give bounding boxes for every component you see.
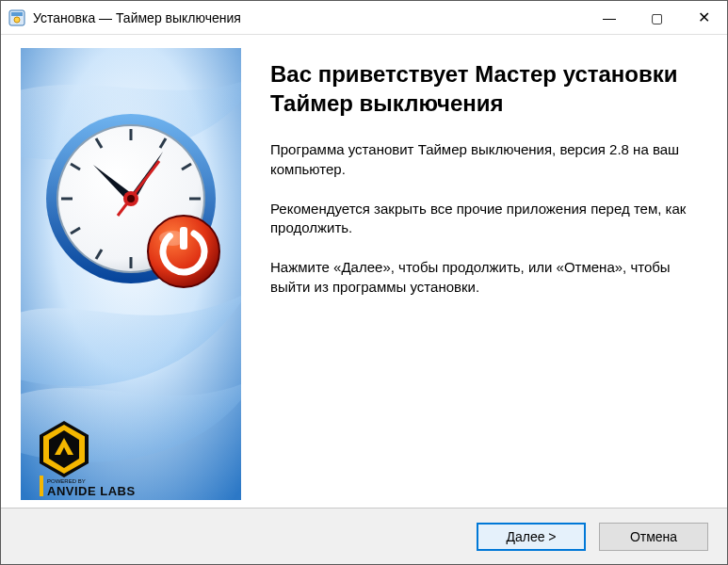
svg-point-23 [148,216,219,287]
brand-name: ANVIDE LABS [47,484,136,498]
wizard-footer: Далее > Отмена [1,508,727,564]
wizard-paragraph-2: Рекомендуется закрыть все прочие приложе… [270,200,701,238]
next-button[interactable]: Далее > [477,523,586,551]
titlebar: Установка — Таймер выключения — ▢ ✕ [1,1,727,35]
window-controls: — ▢ ✕ [586,1,727,34]
installer-icon [8,9,25,26]
maximize-button[interactable]: ▢ [633,1,680,34]
wizard-paragraph-1: Программа установит Таймер выключения, в… [270,140,701,179]
close-button[interactable]: ✕ [680,1,727,34]
installer-window: Установка — Таймер выключения — ▢ ✕ [0,0,728,565]
svg-point-22 [127,195,135,202]
wizard-side-image: POWERED BY ANVIDE LABS [14,48,248,508]
svg-rect-1 [11,12,23,16]
svg-rect-29 [40,476,43,496]
minimize-button[interactable]: — [586,1,633,34]
svg-point-26 [159,231,186,246]
wizard-heading: Вас приветствует Мастер установки Таймер… [270,59,701,118]
svg-point-2 [14,17,20,23]
wizard-main: Вас приветствует Мастер установки Таймер… [248,35,727,508]
cancel-button[interactable]: Отмена [599,523,708,551]
wizard-paragraph-3: Нажмите «Далее», чтобы продолжить, или «… [270,258,701,297]
client-area: POWERED BY ANVIDE LABS Вас приветствует … [1,35,727,508]
window-title: Установка — Таймер выключения [33,10,586,25]
